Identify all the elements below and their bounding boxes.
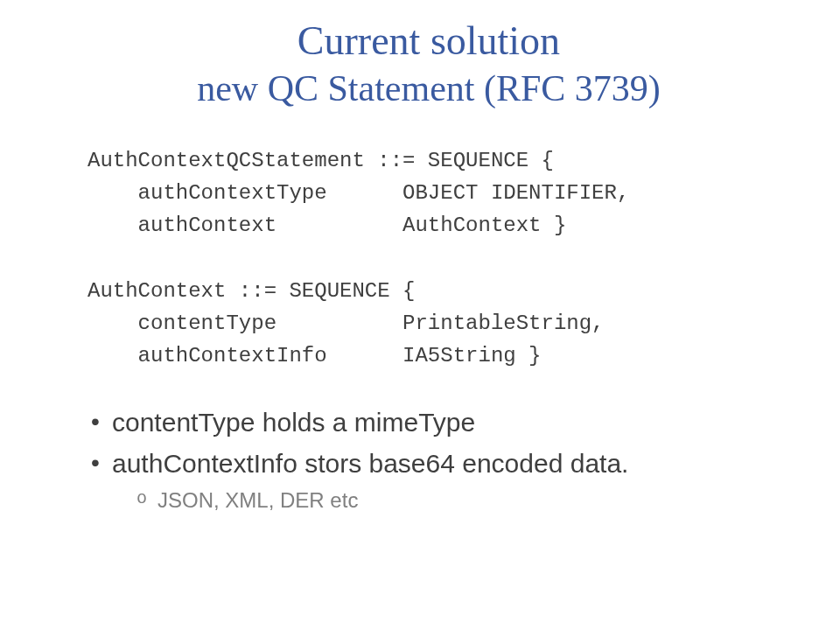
bullet-text: authContextInfo stors base64 encoded dat… — [112, 449, 628, 478]
sub-bullet-text: JSON, XML, DER etc — [158, 488, 358, 512]
bullet-item: authContextInfo stors base64 encoded dat… — [88, 446, 770, 515]
bullet-list: contentType holds a mimeType authContext… — [88, 405, 770, 514]
sub-bullet-item: JSON, XML, DER etc — [136, 486, 770, 514]
slide-title: Current solution — [88, 18, 770, 64]
bullet-item: contentType holds a mimeType — [88, 405, 770, 441]
bullet-text: contentType holds a mimeType — [112, 408, 475, 437]
sub-bullet-list: JSON, XML, DER etc — [112, 486, 770, 514]
slide-subtitle: new QC Statement (RFC 3739) — [88, 67, 770, 109]
asn1-code-block: AuthContextQCStatement ::= SEQUENCE { au… — [88, 144, 770, 372]
slide-container: Current solution new QC Statement (RFC 3… — [0, 0, 840, 538]
